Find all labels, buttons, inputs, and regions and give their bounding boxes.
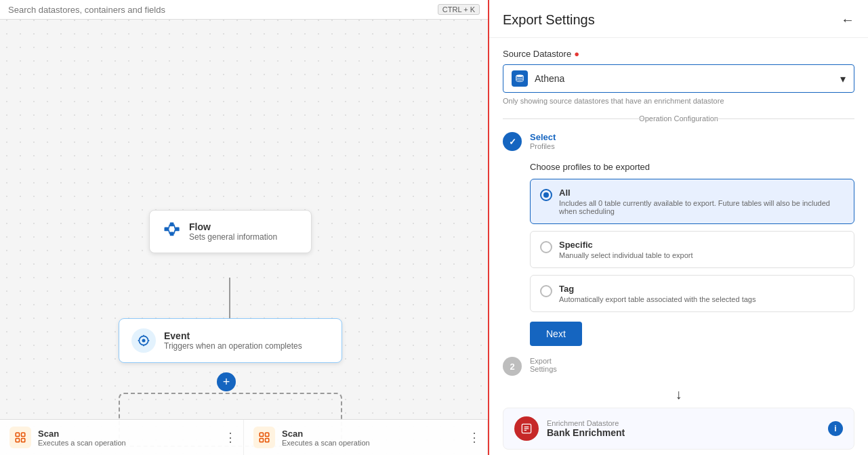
- scan-node-2-menu[interactable]: ⋮: [468, 430, 480, 445]
- event-icon: [131, 328, 156, 353]
- scan-node-1-text: Scan Executes a scan operation: [38, 429, 126, 447]
- step-1-row: ✓ Select Profiles: [503, 132, 854, 151]
- svg-rect-16: [16, 439, 19, 442]
- canvas-content: Flow Sets general information Event T: [0, 27, 488, 455]
- scan-node-2-subtitle: Executes a scan operation: [282, 439, 370, 447]
- svg-line-4: [168, 224, 169, 229]
- radio-tag: [540, 285, 552, 297]
- scan-icon-1: [9, 427, 31, 448]
- search-bar[interactable]: CTRL + K: [0, 0, 488, 20]
- op-config-label: Operation Configuration: [503, 114, 854, 123]
- option-tag-text: Tag Automatically export table associate…: [559, 284, 756, 303]
- svg-rect-17: [22, 439, 25, 442]
- down-arrow-icon: ↓: [503, 387, 854, 402]
- option-specific-text: Specific Manually select individual tabl…: [559, 240, 693, 259]
- event-node-subtitle: Triggers when an operation completes: [164, 341, 302, 351]
- option-all-title: All: [559, 188, 844, 198]
- svg-point-9: [142, 339, 146, 343]
- bottom-scan-bar: Scan Executes a scan operation ⋮ Scan: [0, 419, 488, 455]
- scan-node-1[interactable]: Scan Executes a scan operation ⋮: [0, 420, 244, 455]
- choose-label: Choose profiles to be exported: [530, 162, 854, 172]
- search-shortcut: CTRL + K: [438, 4, 480, 15]
- svg-rect-20: [260, 439, 263, 442]
- required-indicator: ●: [574, 49, 579, 59]
- radio-all: [540, 189, 552, 201]
- event-node[interactable]: Event Triggers when an operation complet…: [119, 318, 342, 363]
- svg-rect-21: [266, 439, 269, 442]
- panel-header: Export Settings ←: [489, 0, 868, 38]
- scan-node-2-text: Scan Executes a scan operation: [282, 429, 370, 447]
- svg-rect-14: [16, 433, 19, 436]
- svg-rect-3: [175, 228, 180, 232]
- svg-line-7: [174, 229, 175, 234]
- panel-body: Source Datastore ● ▾ Only showing source…: [489, 38, 868, 455]
- svg-line-6: [174, 224, 175, 229]
- option-all-desc: Includes all 0 table currently available…: [559, 199, 844, 215]
- option-specific-title: Specific: [559, 240, 693, 250]
- svg-rect-15: [22, 433, 25, 436]
- back-button[interactable]: ←: [841, 12, 854, 28]
- enrichment-icon: [514, 416, 539, 441]
- option-all-text: All Includes all 0 table currently avail…: [559, 188, 844, 215]
- option-tag[interactable]: Tag Automatically export table associate…: [530, 275, 854, 312]
- enrichment-text: Enrichment Datastore Bank Enrichment: [547, 419, 625, 438]
- step-2-subtitle: Settings: [530, 365, 557, 373]
- datastore-icon: [512, 70, 528, 87]
- svg-point-22: [516, 74, 524, 77]
- event-node-text: Event Triggers when an operation complet…: [164, 330, 302, 351]
- step-2-circle: 2: [503, 357, 522, 376]
- flow-node-title: Flow: [189, 221, 277, 232]
- canvas-area: CTRL + K Flow Sets general information: [0, 0, 488, 455]
- flow-node-text: Flow Sets general information: [189, 221, 277, 242]
- right-panel: Export Settings ← Source Datastore ● ▾ O…: [488, 0, 868, 455]
- svg-rect-18: [260, 433, 263, 436]
- step-2-label: Export Settings: [530, 357, 557, 373]
- option-tag-desc: Automatically export table associated wi…: [559, 295, 756, 303]
- scan-node-1-menu[interactable]: ⋮: [224, 430, 236, 445]
- panel-title: Export Settings: [503, 12, 595, 28]
- svg-rect-1: [170, 223, 174, 227]
- step-1-title: Select: [530, 132, 556, 142]
- option-specific[interactable]: Specific Manually select individual tabl…: [530, 231, 854, 268]
- info-icon[interactable]: i: [828, 421, 843, 436]
- datastore-input[interactable]: [535, 73, 833, 84]
- source-label: Source Datastore ●: [503, 49, 854, 59]
- svg-rect-19: [266, 433, 269, 436]
- scan-node-1-title: Scan: [38, 429, 126, 439]
- scan-node-2-title: Scan: [282, 429, 370, 439]
- enrichment-name: Bank Enrichment: [547, 427, 625, 438]
- step-1-circle: ✓: [503, 132, 522, 151]
- svg-rect-0: [165, 228, 169, 232]
- step-1-subtitle: Profiles: [530, 142, 556, 150]
- event-node-title: Event: [164, 330, 302, 341]
- helper-text: Only showing source datastores that have…: [503, 97, 854, 105]
- flow-icon: [162, 220, 181, 243]
- option-specific-desc: Manually select individual table to expo…: [559, 251, 693, 259]
- next-button[interactable]: Next: [530, 322, 582, 346]
- flow-node[interactable]: Flow Sets general information: [149, 210, 312, 253]
- connector-line: [229, 278, 230, 318]
- enrichment-card: Enrichment Datastore Bank Enrichment i: [503, 408, 854, 450]
- radio-specific: [540, 241, 552, 253]
- step-1-label: Select Profiles: [530, 132, 556, 150]
- option-tag-title: Tag: [559, 284, 756, 294]
- enrichment-label: Enrichment Datastore: [547, 419, 625, 427]
- scan-node-1-subtitle: Executes a scan operation: [38, 439, 126, 447]
- svg-rect-2: [170, 232, 174, 236]
- step-2-title: Export: [530, 357, 557, 365]
- flow-node-subtitle: Sets general information: [189, 232, 277, 242]
- profiles-area: Choose profiles to be exported All Inclu…: [530, 162, 854, 357]
- search-input[interactable]: [8, 5, 211, 15]
- scan-icon-2: [253, 427, 275, 448]
- add-node-button[interactable]: +: [217, 372, 236, 391]
- svg-line-5: [168, 229, 169, 234]
- scan-node-2[interactable]: Scan Executes a scan operation ⋮: [244, 420, 488, 455]
- option-all[interactable]: All Includes all 0 table currently avail…: [530, 179, 854, 224]
- dropdown-arrow-icon: ▾: [840, 72, 846, 85]
- step-2-row: 2 Export Settings: [503, 357, 854, 376]
- datastore-dropdown[interactable]: ▾: [503, 64, 854, 93]
